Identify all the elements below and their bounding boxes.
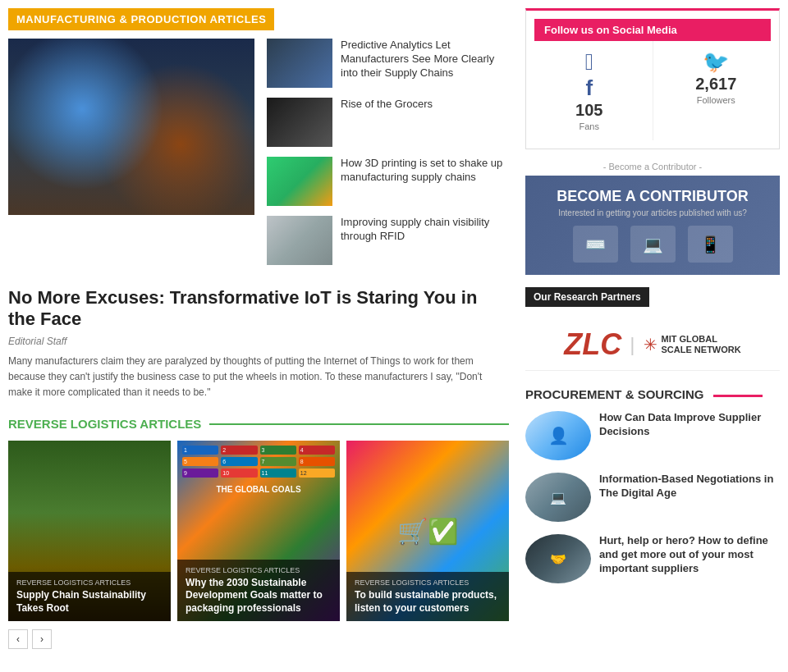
facebook-icon:  xyxy=(538,49,640,75)
reverse-logistics-section: REVERSE LOGISTICS ARTICLES REVERSE LOGIS… xyxy=(8,417,509,649)
procurement-article-title[interactable]: Information-Based Negotiations in The Di… xyxy=(599,473,773,499)
card-title: Supply Chain Sustainability Takes Root xyxy=(16,589,163,615)
procurement-thumbnail: 💻 xyxy=(525,473,591,522)
carousel-controls: ‹ › xyxy=(8,629,509,649)
laptop-icon: 💻 xyxy=(630,226,676,263)
research-partners-header: Our Research Partners xyxy=(525,287,649,307)
article-item: Rise of the Grocers xyxy=(267,98,509,147)
article-thumbnail xyxy=(267,216,332,265)
reverse-logistics-header: REVERSE LOGISTICS ARTICLES xyxy=(8,417,201,431)
procurement-thumbnail: 👤 xyxy=(525,411,591,460)
procurement-header: PROCUREMENT & SOURCING xyxy=(525,387,780,401)
contributor-title: BECOME A CONTRIBUTOR xyxy=(557,188,748,205)
procurement-article-title[interactable]: How Can Data Improve Supplier Decisions xyxy=(599,411,761,437)
article-title[interactable]: Predictive Analytics Let Manufacturers S… xyxy=(341,39,494,79)
article-title[interactable]: Improving supply chain visibility throug… xyxy=(341,216,489,242)
contributor-subtitle: Interested in getting your articles publ… xyxy=(558,208,747,217)
reverse-card[interactable]: 🛒✅ REVERSE LOGISTICS ARTICLES To build s… xyxy=(346,441,509,621)
procurement-title: PROCUREMENT & SOURCING xyxy=(525,387,704,401)
facebook-label: Fans xyxy=(580,121,599,131)
card-category: REVERSE LOGISTICS ARTICLES xyxy=(186,566,332,574)
tablet-icon: 📱 xyxy=(688,226,733,263)
social-media-header: Follow us on Social Media xyxy=(534,19,771,41)
reverse-header-line xyxy=(209,423,509,425)
featured-article: No More Excuses: Transformative IoT is S… xyxy=(8,287,509,400)
article-thumbnail xyxy=(267,39,332,88)
contributor-banner[interactable]: BECOME A CONTRIBUTOR Interested in getti… xyxy=(525,176,780,275)
carousel-next-button[interactable]: › xyxy=(32,629,52,649)
article-title[interactable]: Rise of the Grocers xyxy=(341,98,433,110)
card-category: REVERSE LOGISTICS ARTICLES xyxy=(355,578,501,587)
twitter-social-item[interactable]: 🐦 2,617 Followers xyxy=(662,41,772,140)
twitter-label: Followers xyxy=(697,95,735,105)
card-title: To build sustainable products, listen to… xyxy=(355,589,501,615)
facebook-count: 105 xyxy=(538,101,640,120)
typewriter-icon: ⌨️ xyxy=(573,226,618,263)
featured-article-title[interactable]: No More Excuses: Transformative IoT is S… xyxy=(8,287,509,331)
social-divider xyxy=(653,41,653,140)
facebook-social-item[interactable]:  f 105 Fans xyxy=(534,41,644,140)
facebook-icon-symbol: f xyxy=(538,75,640,101)
research-partners-logos: ZLC | ✳ MIT GLOBALSCALE NETWORK xyxy=(525,319,780,371)
contributor-label: - Become a Contributor - xyxy=(525,162,780,171)
article-item: Improving supply chain visibility throug… xyxy=(267,216,509,265)
card-category: REVERSE LOGISTICS ARTICLES xyxy=(16,578,163,587)
manufacturing-section-header: MANUFACTURING & PRODUCTION ARTICLES xyxy=(8,8,509,39)
article-title[interactable]: How 3D printing is set to shake up manuf… xyxy=(341,157,502,183)
social-row:  f 105 Fans 🐦 2,617 Followers xyxy=(534,41,771,140)
reverse-cards-container: REVERSE LOGISTICS ARTICLES Supply Chain … xyxy=(8,441,509,621)
article-thumbnail xyxy=(267,157,332,206)
social-media-box: Follow us on Social Media  f 105 Fans 🐦… xyxy=(525,8,780,149)
manufacturing-header-label: MANUFACTURING & PRODUCTION ARTICLES xyxy=(8,8,274,30)
twitter-count: 2,617 xyxy=(666,75,767,94)
manufacturing-main-image xyxy=(8,39,254,215)
procurement-item: 💻 Information-Based Negotiations in The … xyxy=(525,473,780,522)
reverse-card[interactable]: REVERSE LOGISTICS ARTICLES Supply Chain … xyxy=(8,441,171,621)
partner-divider: | xyxy=(630,333,635,356)
manufacturing-articles-list: Predictive Analytics Let Manufacturers S… xyxy=(267,39,509,275)
mit-star-icon: ✳ xyxy=(644,335,657,354)
twitter-icon: 🐦 xyxy=(666,49,767,75)
featured-article-excerpt: Many manufacturers claim they are paraly… xyxy=(8,354,509,401)
zlc-logo: ZLC xyxy=(564,327,621,362)
procurement-item: 👤 How Can Data Improve Supplier Decision… xyxy=(525,411,780,460)
article-item: Predictive Analytics Let Manufacturers S… xyxy=(267,39,509,88)
procurement-header-line xyxy=(713,395,763,397)
contributor-icons: ⌨️ 💻 📱 xyxy=(573,226,733,263)
article-thumbnail xyxy=(267,98,332,147)
carousel-prev-button[interactable]: ‹ xyxy=(8,629,28,649)
procurement-thumbnail: 🤝 xyxy=(525,534,591,583)
article-item: How 3D printing is set to shake up manuf… xyxy=(267,157,509,206)
card-title: Why the 2030 Sustainable Development Goa… xyxy=(186,577,332,615)
procurement-item: 🤝 Hurt, help or hero? How to define and … xyxy=(525,534,780,583)
mit-logo: MIT GLOBALSCALE NETWORK xyxy=(662,334,741,355)
featured-article-author: Editorial Staff xyxy=(8,336,509,347)
reverse-card[interactable]: 1 2 3 4 5 6 7 8 9 10 11 12 xyxy=(177,441,340,621)
procurement-article-title[interactable]: Hurt, help or hero? How to define and ge… xyxy=(599,534,768,574)
